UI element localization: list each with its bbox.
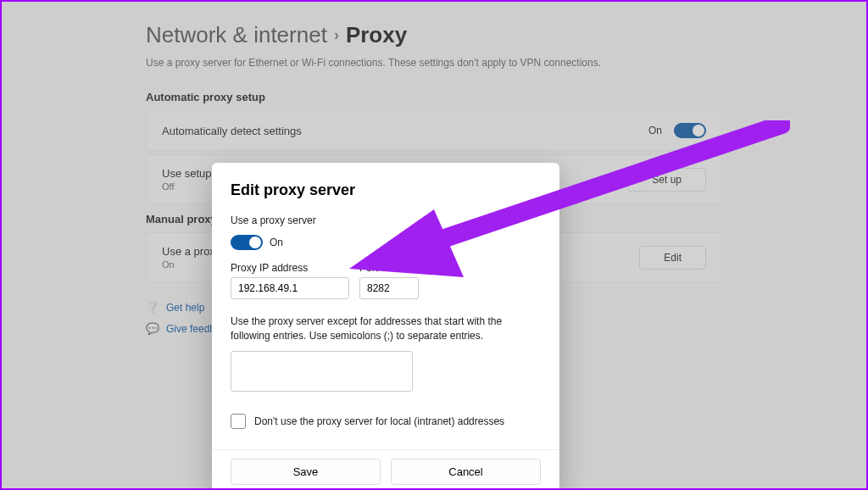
modal-toggle-state: On [270,237,283,248]
proxy-port-input[interactable] [359,277,419,299]
modal-title: Edit proxy server [231,181,541,199]
ip-label: Proxy IP address [231,262,349,274]
save-button[interactable]: Save [231,459,381,485]
local-bypass-label: Don't use the proxy server for local (in… [254,415,504,427]
exceptions-hint: Use the proxy server except for addresse… [231,315,541,344]
modal-use-proxy-label: Use a proxy server [231,214,541,226]
modal-proxy-toggle[interactable] [231,235,263,250]
local-bypass-checkbox[interactable] [231,414,246,429]
cancel-button[interactable]: Cancel [391,459,541,485]
modal-divider [212,449,559,450]
proxy-ip-input[interactable] [231,277,349,299]
edit-proxy-modal: Edit proxy server Use a proxy server On … [212,163,559,490]
port-label: Port [359,262,419,274]
exceptions-textarea[interactable] [231,351,413,392]
